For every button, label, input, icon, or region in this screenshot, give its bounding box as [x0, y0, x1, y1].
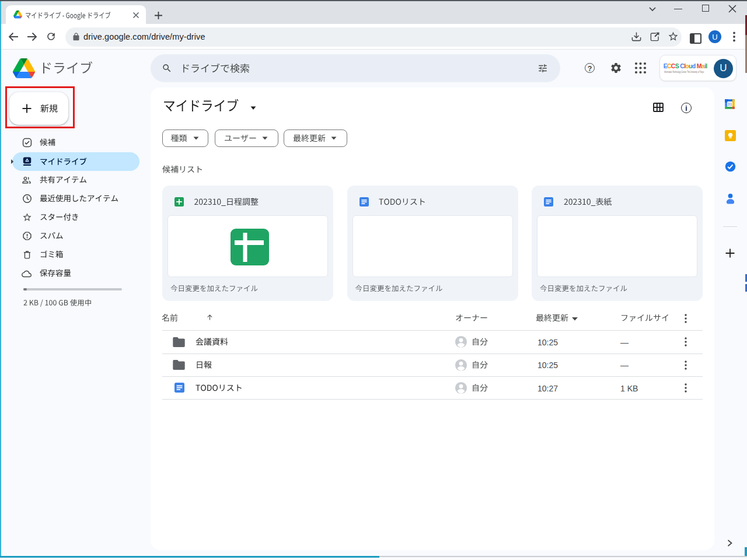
svg-text:31: 31 — [728, 102, 732, 107]
